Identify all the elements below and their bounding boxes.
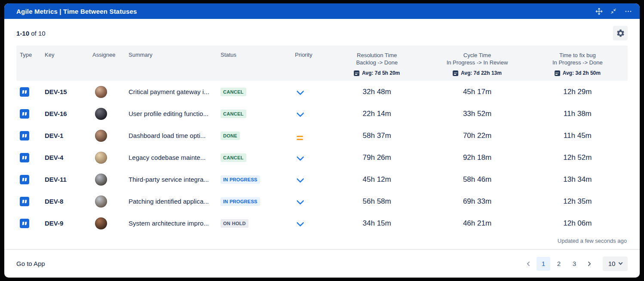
resolution-time-value: 32h 48m [327,88,427,96]
time-to-fix-value: 11h 45m [527,131,628,140]
issue-key[interactable]: DEV-1 [41,132,89,139]
priority-medium-icon [297,136,303,140]
metric-average: Avg: 3d 2h 50m [527,70,628,76]
issue-type-icon [20,175,29,184]
status-cell: IN PROGRESS [217,175,291,184]
priority-low-icon [297,177,304,182]
column-header-time-to-fix-bug: Time to fix bug In Progress -> Done Avg:… [527,52,628,76]
issue-key[interactable]: DEV-16 [41,110,89,117]
toolbar: 1-10 of 10 [16,19,628,46]
type-cell [16,175,41,184]
assignee-avatar[interactable] [95,217,107,229]
page-button-1[interactable]: 1 [537,257,550,271]
time-to-fix-value: 12h 35m [527,197,628,206]
priority-cell [291,198,327,205]
issue-key[interactable]: DEV-8 [41,198,89,205]
column-header-cycle-time: Cycle Time In Progress -> In Review Avg:… [427,52,527,76]
priority-low-icon [297,89,304,94]
table-row[interactable]: DEV-1 Dashboard load time opti... DONE 5… [16,125,628,147]
column-header-assignee: Assignee [89,52,125,58]
settings-button[interactable] [613,26,628,40]
assignee-avatar[interactable] [95,108,107,120]
type-cell [16,153,41,162]
issue-key[interactable]: DEV-15 [41,88,89,95]
move-icon[interactable] [594,6,604,16]
time-to-fix-value: 13h 34m [527,175,628,184]
column-header-summary: Summary [125,52,217,58]
issue-type-icon [20,197,29,206]
table-row[interactable]: DEV-15 Critical payment gateway i... CAN… [16,81,628,103]
titlebar-actions [594,6,633,16]
assignee-avatar[interactable] [95,130,107,142]
page-numbers: 123 [537,257,581,271]
issue-summary[interactable]: Third-party service integra... [125,176,217,183]
priority-cell [291,110,327,118]
issue-summary[interactable]: Critical payment gateway i... [125,88,217,95]
status-cell: IN PROGRESS [217,197,291,206]
table-row[interactable]: DEV-4 Legacy codebase mainte... CANCEL 7… [16,147,628,168]
page-button-3[interactable]: 3 [567,257,581,271]
table-row[interactable]: DEV-11 Third-party service integra... IN… [16,168,628,190]
cycle-time-value: 92h 18m [427,153,527,162]
more-icon[interactable] [623,6,633,16]
issue-summary[interactable]: User profile editing functio... [125,110,217,117]
metric-title: Resolution Time [327,52,427,59]
page-button-2[interactable]: 2 [552,257,566,271]
priority-cell [291,220,327,227]
issue-summary[interactable]: Dashboard load time opti... [125,132,217,139]
cycle-time-value: 70h 22m [427,131,527,140]
status-badge: IN PROGRESS [221,175,260,184]
assignee-avatar[interactable] [95,152,107,164]
table-row[interactable]: DEV-9 System architecture impro... ON HO… [16,212,628,234]
status-badge: DONE [221,131,240,140]
table-row[interactable]: DEV-8 Patching identified applica... IN … [16,190,628,212]
cycle-time-value: 45h 17m [427,88,527,96]
issue-key[interactable]: DEV-4 [41,154,89,161]
type-cell [16,131,41,140]
assignee-cell [89,152,125,164]
updated-status: Updated a few seconds ago [16,234,628,249]
type-cell [16,87,41,97]
status-cell: CANCEL [217,88,291,96]
resolution-time-value: 79h 26m [327,153,427,162]
page-size-select[interactable]: 10 [603,257,628,271]
metric-average: Avg: 7d 22h 13m [427,70,527,76]
app-window: Agile Metrics | Time Between Statuses [4,3,640,278]
status-cell: ON HOLD [217,219,291,228]
widget-footer: Go to App 123 10 [4,249,640,278]
status-badge: CANCEL [221,153,246,162]
cycle-time-value: 69h 33m [427,197,527,206]
issue-summary[interactable]: Patching identified applica... [125,198,217,205]
prev-page-button[interactable] [522,257,535,270]
issue-type-icon [20,131,29,140]
go-to-app-link[interactable]: Go to App [16,260,45,267]
page-size-value: 10 [608,260,616,267]
results-count-total: of 10 [29,30,46,37]
calendar-icon [453,70,458,76]
table-row[interactable]: DEV-16 User profile editing functio... C… [16,103,628,125]
resolution-time-value: 22h 14m [327,110,427,118]
chevron-left-icon [527,261,531,266]
type-cell [16,219,41,228]
resolution-time-value: 34h 15m [327,219,427,228]
issue-summary[interactable]: System architecture impro... [125,220,217,227]
type-cell [16,197,41,206]
window-title: Agile Metrics | Time Between Statuses [16,8,137,15]
assignee-avatar[interactable] [95,174,107,186]
calendar-icon [555,70,560,76]
assignee-avatar[interactable] [95,195,107,208]
metric-subtitle: In Progress -> In Review [427,59,527,66]
status-badge: ON HOLD [221,219,248,228]
issue-summary[interactable]: Legacy codebase mainte... [125,154,217,161]
collapse-icon[interactable] [609,6,618,16]
table-header: Type Key Assignee Summary Status Priorit… [16,46,628,81]
issue-key[interactable]: DEV-9 [41,220,89,227]
pagination: 123 10 [522,257,628,271]
assignee-cell [89,108,125,120]
next-page-button[interactable] [583,257,596,270]
issue-key[interactable]: DEV-11 [41,176,89,183]
priority-cell [291,131,327,140]
results-count: 1-10 of 10 [16,30,46,37]
issue-type-icon [20,153,29,162]
assignee-avatar[interactable] [95,86,107,98]
